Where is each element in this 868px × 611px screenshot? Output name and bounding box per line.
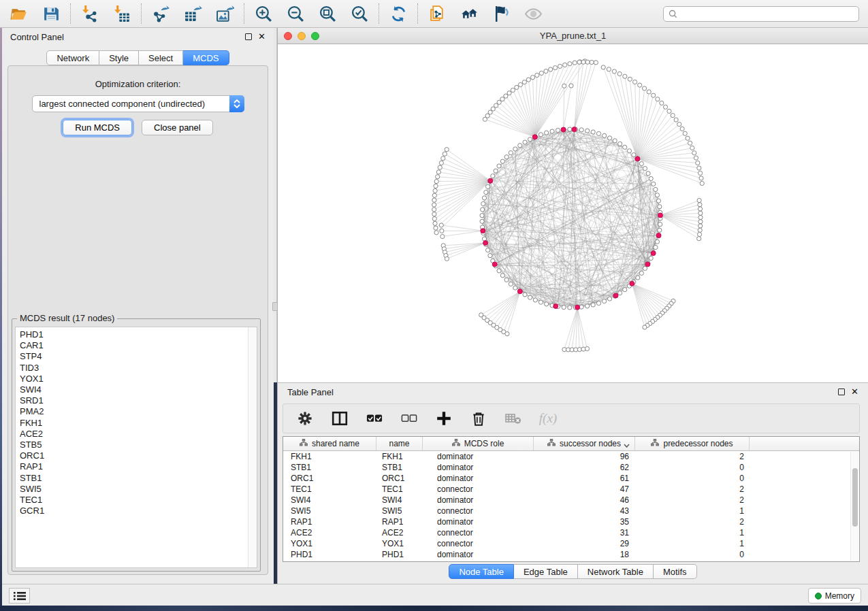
- mcds-result-item[interactable]: TEC1: [20, 495, 257, 506]
- memory-label: Memory: [825, 591, 854, 601]
- new-column-icon[interactable]: [436, 410, 452, 427]
- mcds-result-item[interactable]: ORC1: [20, 450, 257, 461]
- cell: YOX1: [376, 539, 423, 548]
- delete-columns-icon[interactable]: [470, 410, 487, 427]
- close-panel-icon[interactable]: ✕: [258, 33, 266, 40]
- table-row[interactable]: SWI4SWI4dominator462: [283, 495, 859, 506]
- cell: PHD1: [376, 550, 423, 559]
- memory-button[interactable]: Memory: [808, 588, 861, 604]
- hide-selected-icon[interactable]: [491, 3, 511, 24]
- open-file-icon[interactable]: [9, 3, 29, 24]
- mcds-result-item[interactable]: SWI5: [20, 484, 257, 495]
- search-box[interactable]: [663, 6, 859, 22]
- mcds-tab-content: Optimization criterion: largest connecte…: [7, 65, 268, 575]
- mcds-result-scrollbar[interactable]: [248, 327, 257, 567]
- toolbar-separator: [141, 3, 142, 24]
- column-header-name[interactable]: name: [376, 437, 423, 450]
- show-hide-columns-icon[interactable]: [332, 410, 348, 427]
- table-row[interactable]: PHD1PHD1dominator180: [283, 549, 859, 560]
- table-row[interactable]: STB1STB1dominator620: [283, 462, 859, 473]
- optimization-criterion-select[interactable]: largest connected component (undirected): [32, 95, 244, 112]
- tab-select[interactable]: Select: [139, 50, 183, 65]
- table-row[interactable]: RAP1RAP1dominator352: [283, 516, 859, 527]
- table-scrollbar-thumb[interactable]: [852, 468, 858, 527]
- mcds-result-item[interactable]: GCR1: [20, 506, 257, 516]
- task-history-button[interactable]: [9, 588, 30, 604]
- mcds-result-item[interactable]: ACE2: [20, 429, 257, 440]
- toolbar-separator: [70, 3, 71, 24]
- cell: ORC1: [376, 474, 423, 483]
- export-table-icon[interactable]: [182, 3, 203, 24]
- control-panel-tabs: NetworkStyleSelectMCDS: [2, 50, 274, 65]
- first-neighbors-icon[interactable]: [459, 3, 479, 24]
- column-header-successor-nodes[interactable]: successor nodes: [534, 437, 635, 450]
- tab-edge-table[interactable]: Edge Table: [514, 564, 578, 579]
- tab-network[interactable]: Network: [46, 50, 99, 65]
- mcds-result-item[interactable]: PMA2: [20, 406, 257, 417]
- float-table-panel-icon[interactable]: [838, 389, 845, 395]
- column-header-MCDS-role[interactable]: MCDS role: [423, 437, 534, 450]
- column-type-icon: [547, 439, 556, 448]
- cell: ACE2: [283, 528, 376, 538]
- select-all-icon[interactable]: [366, 410, 383, 427]
- run-mcds-button[interactable]: Run MCDS: [63, 120, 132, 135]
- tab-motifs[interactable]: Motifs: [654, 564, 697, 579]
- tab-style[interactable]: Style: [99, 50, 139, 65]
- memory-status-icon: [815, 593, 822, 599]
- mcds-result-item[interactable]: STB5: [20, 440, 257, 450]
- column-header-predecessor-nodes[interactable]: predecessor nodes: [635, 437, 750, 450]
- table-scrollbar[interactable]: [850, 452, 858, 561]
- zoom-in-icon[interactable]: [253, 3, 274, 24]
- network-canvas[interactable]: [278, 44, 868, 382]
- new-network-from-selection-icon[interactable]: [427, 3, 447, 24]
- optimization-criterion-label: Optimization criterion:: [8, 79, 268, 89]
- mcds-result-item[interactable]: CAR1: [20, 340, 257, 351]
- mcds-result-item[interactable]: TID3: [20, 363, 257, 374]
- column-header-shared-name[interactable]: shared name: [283, 437, 376, 450]
- cell: 2: [635, 452, 750, 461]
- table-row[interactable]: ACE2ACE2connector311: [283, 527, 859, 538]
- table-row[interactable]: YOX1YOX1connector291: [283, 538, 859, 549]
- table-row[interactable]: ORC1ORC1dominator610: [283, 473, 859, 484]
- control-panel: Control Panel ✕ NetworkStyleSelectMCDS O…: [2, 28, 274, 584]
- close-panel-button[interactable]: Close panel: [142, 120, 213, 135]
- search-input[interactable]: [681, 9, 854, 18]
- import-table-icon[interactable]: [112, 3, 132, 24]
- mcds-result-item[interactable]: PHD1: [20, 329, 257, 340]
- mcds-result-item[interactable]: STP4: [20, 351, 257, 362]
- cell: 61: [534, 474, 635, 483]
- mcds-result-list[interactable]: PHD1CAR1STP4TID3YOX1SWI4SRD1PMA2FKH1ACE2…: [15, 327, 257, 568]
- zoom-selected-icon[interactable]: [349, 3, 370, 24]
- mcds-result-item[interactable]: SRD1: [20, 395, 257, 406]
- mcds-result-item[interactable]: SWI4: [20, 384, 257, 395]
- cell: 96: [534, 452, 635, 461]
- close-table-panel-icon[interactable]: ✕: [851, 389, 858, 395]
- cell: 0: [635, 550, 750, 559]
- table-row[interactable]: SWI5SWI5connector431: [283, 506, 859, 516]
- deselect-all-icon[interactable]: [401, 410, 417, 427]
- apply-layout-icon[interactable]: [388, 3, 408, 24]
- zoom-out-icon[interactable]: [285, 3, 306, 24]
- node-table[interactable]: shared namenameMCDS rolesuccessor nodesp…: [283, 436, 860, 562]
- save-icon[interactable]: [41, 3, 61, 24]
- table-row[interactable]: TEC1TEC1connector472: [283, 484, 859, 495]
- import-network-icon[interactable]: [80, 3, 100, 24]
- tab-node-table[interactable]: Node Table: [449, 564, 514, 579]
- network-window-titlebar: YPA_prune.txt_1: [278, 28, 868, 44]
- table-row[interactable]: FKH1FKH1dominator962: [283, 451, 859, 462]
- mcds-result-item[interactable]: FKH1: [20, 418, 257, 429]
- column-type-icon: [452, 439, 460, 448]
- show-all-icon[interactable]: [523, 3, 543, 24]
- export-network-icon[interactable]: [150, 3, 171, 24]
- float-panel-icon[interactable]: [245, 33, 252, 40]
- export-image-icon[interactable]: [214, 3, 235, 24]
- tab-network-table[interactable]: Network Table: [578, 564, 654, 579]
- table-options-icon[interactable]: [297, 410, 313, 427]
- cell: dominator: [423, 495, 534, 505]
- mcds-result-item[interactable]: RAP1: [20, 461, 257, 472]
- table-panel-header: Table Panel ✕: [278, 383, 868, 401]
- mcds-result-item[interactable]: STB1: [20, 473, 257, 484]
- zoom-fit-icon[interactable]: [317, 3, 338, 24]
- mcds-result-item[interactable]: YOX1: [20, 374, 257, 384]
- tab-mcds[interactable]: MCDS: [183, 50, 229, 65]
